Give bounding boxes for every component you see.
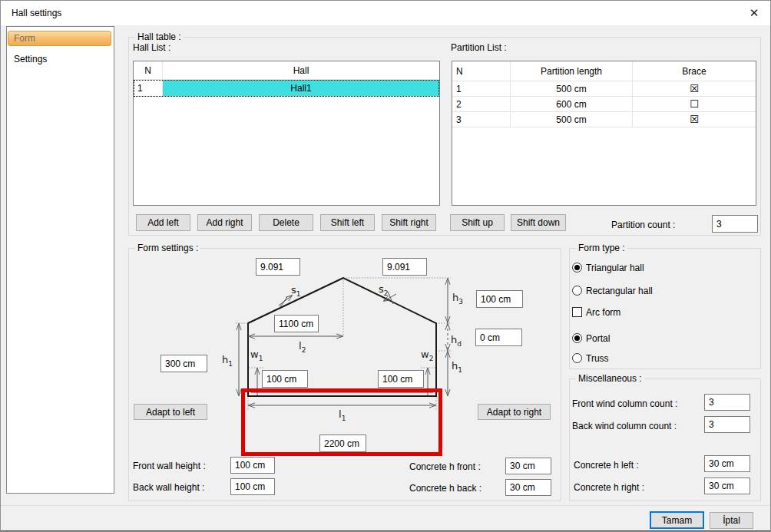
back-wind-column-count-label: Back wind column count : bbox=[572, 421, 677, 431]
concrete-h-back-input[interactable]: 30 cm bbox=[505, 479, 551, 496]
partition-row[interactable]: 1 500 cm ☒ bbox=[452, 81, 756, 97]
radio-icon bbox=[572, 333, 582, 343]
partition-header-length: Partition length bbox=[511, 61, 633, 81]
partition-cell-length: 500 cm bbox=[511, 112, 633, 127]
front-wind-column-count-input[interactable]: 3 bbox=[704, 394, 750, 411]
checkbox-icon bbox=[572, 307, 582, 317]
slope-right-input[interactable]: 9.091 bbox=[382, 258, 427, 276]
radio-truss[interactable]: Truss bbox=[572, 353, 582, 365]
dim-label-w1: w1 bbox=[250, 349, 263, 362]
brace-checkbox-checked[interactable]: ☒ bbox=[633, 81, 756, 97]
sidebar-item-form[interactable]: Form bbox=[8, 31, 111, 46]
cancel-button[interactable]: İptal bbox=[710, 512, 753, 529]
dim-label-w2: w2 bbox=[421, 349, 433, 362]
l2-input[interactable]: 1100 cm bbox=[274, 315, 319, 332]
sidebar: Form Settings bbox=[6, 26, 114, 494]
back-wall-height-label: Back wall height : bbox=[133, 482, 204, 493]
radio-rectangular-hall[interactable]: Rectangular hall bbox=[572, 286, 582, 298]
hall-list-header-n: N bbox=[134, 61, 163, 80]
partition-row[interactable]: 2 600 cm ☐ bbox=[452, 97, 756, 112]
hall-list-table: N Hall 1 Hall1 bbox=[133, 61, 440, 206]
title-bar: Hall settings ✕ bbox=[1, 1, 770, 25]
sidebar-item-settings-label: Settings bbox=[14, 54, 47, 64]
concrete-h-front-label: Concrete h front : bbox=[409, 461, 481, 472]
shift-left-button[interactable]: Shift left bbox=[320, 214, 375, 231]
radio-portal[interactable]: Portal bbox=[572, 333, 582, 345]
concrete-h-right-label: Concrete h right : bbox=[574, 482, 644, 493]
dim-label-hd: hd bbox=[451, 334, 462, 348]
footer-separator bbox=[1, 505, 770, 506]
partition-header-brace: Brace bbox=[633, 61, 756, 81]
add-right-button[interactable]: Add right bbox=[197, 214, 252, 231]
hall-list-cell-n[interactable]: 1 bbox=[134, 80, 163, 97]
shift-up-button[interactable]: Shift up bbox=[450, 214, 505, 231]
partition-header-n: N bbox=[452, 61, 511, 81]
highlight-rectangle bbox=[241, 388, 442, 456]
ok-button[interactable]: Tamam bbox=[650, 511, 704, 529]
front-wall-height-input[interactable]: 100 cm bbox=[230, 457, 275, 474]
brace-checkbox-checked[interactable]: ☒ bbox=[633, 112, 756, 127]
radio-icon bbox=[572, 353, 582, 363]
partition-cell-length: 500 cm bbox=[511, 81, 633, 97]
dialog-title: Hall settings bbox=[12, 8, 61, 18]
partition-cell-n: 2 bbox=[452, 97, 511, 112]
radio-triangular-hall-label: Triangular hall bbox=[586, 263, 644, 273]
radio-truss-label: Truss bbox=[586, 353, 609, 364]
partition-cell-n: 1 bbox=[452, 81, 511, 97]
delete-button[interactable]: Delete bbox=[259, 214, 313, 231]
w2-input[interactable]: 100 cm bbox=[378, 370, 424, 388]
partition-cell-n: 3 bbox=[452, 112, 511, 127]
back-wall-height-input[interactable]: 100 cm bbox=[230, 478, 275, 495]
concrete-h-back-label: Concrete h back : bbox=[409, 483, 481, 494]
front-wind-column-count-label: Front wind column count : bbox=[572, 398, 677, 409]
concrete-h-left-input[interactable]: 30 cm bbox=[704, 455, 750, 472]
dim-label-l2: l2 bbox=[299, 340, 306, 354]
hall-list-row[interactable]: 1 Hall1 bbox=[134, 80, 439, 97]
form-settings-group-label: Form settings : bbox=[135, 243, 200, 253]
checkbox-arc-form[interactable]: Arc form bbox=[572, 307, 582, 319]
dim-label-s1: s1 bbox=[291, 284, 301, 298]
hall-list-header-row: N Hall bbox=[134, 61, 439, 80]
form-type-group-label: Form type : bbox=[576, 243, 627, 253]
brace-checkbox-unchecked[interactable]: ☐ bbox=[633, 97, 756, 112]
slope-left-input[interactable]: 9.091 bbox=[256, 258, 300, 276]
shift-right-button[interactable]: Shift right bbox=[382, 214, 436, 231]
back-wind-column-count-input[interactable]: 3 bbox=[704, 416, 750, 433]
dim-label-h3: h3 bbox=[452, 292, 463, 306]
left-height-input[interactable]: 300 cm bbox=[160, 355, 207, 372]
miscellaneous-group-label: Miscellaneous : bbox=[576, 373, 644, 384]
add-left-button[interactable]: Add left bbox=[136, 214, 190, 231]
dim-label-s2: s2 bbox=[379, 283, 389, 297]
w1-input[interactable]: 100 cm bbox=[262, 370, 308, 388]
hall-table-group-label: Hall table : bbox=[135, 31, 184, 42]
h3-input[interactable]: 100 cm bbox=[476, 290, 523, 308]
hd-input[interactable]: 0 cm bbox=[475, 329, 522, 346]
hall-list-label: Hall List : bbox=[133, 42, 170, 53]
hall-settings-dialog: Hall settings ✕ Form Settings Hall table… bbox=[0, 0, 771, 532]
concrete-h-right-input[interactable]: 30 cm bbox=[704, 477, 750, 494]
dim-label-h1-left: h1 bbox=[222, 354, 233, 368]
adapt-to-right-button[interactable]: Adapt to right bbox=[478, 404, 551, 420]
radio-icon bbox=[572, 263, 582, 273]
hall-list-header-hall: Hall bbox=[163, 61, 439, 80]
sidebar-item-form-label: Form bbox=[14, 33, 35, 44]
dim-label-h1-right: h1 bbox=[452, 360, 462, 374]
partition-list-label: Partition List : bbox=[451, 42, 507, 53]
radio-triangular-hall[interactable]: Triangular hall bbox=[572, 263, 582, 275]
checkbox-arc-form-label: Arc form bbox=[586, 307, 620, 318]
partition-header-row: N Partition length Brace bbox=[452, 61, 756, 81]
hall-list-cell-hall[interactable]: Hall1 bbox=[163, 80, 439, 97]
partition-count-input[interactable]: 3 bbox=[712, 215, 758, 233]
partition-count-label: Partition count : bbox=[611, 220, 675, 230]
radio-rectangular-hall-label: Rectangular hall bbox=[586, 286, 653, 296]
partition-row[interactable]: 3 500 cm ☒ bbox=[452, 112, 756, 127]
sidebar-item-settings[interactable]: Settings bbox=[8, 52, 117, 66]
close-icon[interactable]: ✕ bbox=[746, 5, 763, 21]
shift-down-button[interactable]: Shift down bbox=[511, 214, 566, 231]
partition-list-table: N Partition length Brace 1 500 cm ☒ 2 60… bbox=[452, 61, 756, 206]
concrete-h-left-label: Concrete h left : bbox=[574, 460, 639, 471]
concrete-h-front-input[interactable]: 30 cm bbox=[505, 458, 551, 474]
partition-cell-length: 600 cm bbox=[511, 97, 633, 112]
adapt-to-left-button[interactable]: Adapt to left bbox=[134, 404, 207, 420]
radio-portal-label: Portal bbox=[586, 333, 610, 344]
